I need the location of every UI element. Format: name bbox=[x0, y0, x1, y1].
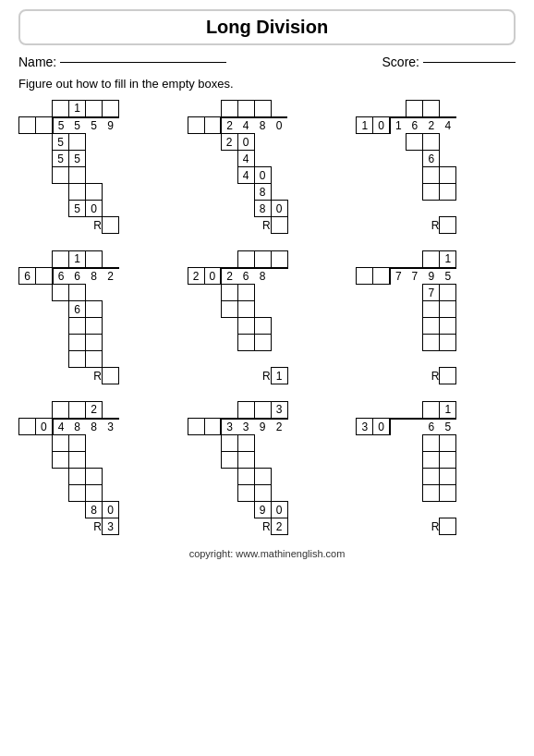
p8s3b bbox=[254, 469, 271, 485]
p7div1 bbox=[19, 419, 36, 435]
problems-grid: 1 5 5 5 9 5 bbox=[18, 100, 516, 535]
p5s3b bbox=[254, 318, 271, 335]
p6s3b bbox=[440, 318, 456, 335]
p4s3a bbox=[69, 318, 86, 335]
p8s1a bbox=[221, 435, 237, 452]
p6s1a: 7 bbox=[423, 285, 440, 301]
p9s2b bbox=[440, 452, 456, 469]
problem-9: 1 3 0 6 5 bbox=[356, 401, 516, 535]
p2r-label: R bbox=[254, 217, 271, 234]
p8s5a: 9 bbox=[254, 502, 271, 518]
p5s3a bbox=[237, 318, 254, 335]
p7s1a bbox=[53, 435, 69, 452]
p4r-val bbox=[103, 368, 119, 384]
problem-1: 1 5 5 5 9 5 bbox=[18, 100, 178, 234]
p2s2a: 4 bbox=[237, 151, 254, 167]
q1-4 bbox=[103, 101, 119, 117]
s2-2: 5 bbox=[69, 151, 86, 167]
p5d2: 6 bbox=[237, 268, 254, 285]
p3d3: 2 bbox=[423, 117, 440, 134]
p2q1 bbox=[221, 101, 237, 117]
p4s2a: 6 bbox=[69, 301, 86, 318]
p8s4a bbox=[237, 485, 254, 502]
p3s1b bbox=[423, 134, 440, 151]
p9s3a bbox=[423, 469, 440, 485]
p7r-label: R bbox=[86, 518, 103, 535]
p6d1: 7 bbox=[390, 268, 407, 285]
p4r-label: R bbox=[86, 368, 103, 384]
p7q1 bbox=[53, 402, 69, 419]
div-table-1: 1 5 5 5 9 5 bbox=[18, 100, 119, 234]
p3s1a bbox=[407, 134, 423, 151]
p8div1 bbox=[188, 419, 204, 435]
problem-2: 2 4 8 0 2 0 4 bbox=[188, 100, 347, 234]
p4q3 bbox=[86, 251, 103, 268]
s3-1 bbox=[53, 167, 69, 184]
p8s3a bbox=[237, 469, 254, 485]
p7q2 bbox=[69, 402, 86, 419]
p4s4a bbox=[69, 335, 86, 351]
s5-2: 0 bbox=[86, 201, 103, 217]
div-table-9: 1 3 0 6 5 bbox=[356, 401, 456, 535]
p9r-val bbox=[440, 518, 456, 535]
p6d3: 9 bbox=[423, 268, 440, 285]
p3div1: 1 bbox=[357, 117, 373, 134]
p4s1a bbox=[53, 285, 69, 301]
p2s1b: 0 bbox=[237, 134, 254, 151]
p7d2: 8 bbox=[69, 419, 86, 435]
score-underline bbox=[423, 62, 516, 63]
p8q2 bbox=[254, 402, 271, 419]
p4s5a bbox=[69, 351, 86, 368]
p9div2: 0 bbox=[373, 419, 390, 435]
p7q3: 2 bbox=[86, 402, 103, 419]
div-table-4: 1 6 6 6 8 2 bbox=[18, 250, 119, 384]
p6s2a bbox=[423, 301, 440, 318]
p5d1: 2 bbox=[221, 268, 237, 285]
p5div1: 2 bbox=[188, 268, 204, 285]
p6s2b bbox=[440, 301, 456, 318]
p2s3a: 4 bbox=[237, 167, 254, 184]
problem-3: 1 0 1 6 2 4 bbox=[356, 100, 516, 234]
problem-7: 2 0 4 8 8 3 bbox=[18, 401, 178, 535]
p5r-val: 1 bbox=[271, 368, 287, 384]
p9d2 bbox=[407, 419, 423, 435]
p6q2: 1 bbox=[440, 251, 456, 268]
p5s4b bbox=[254, 335, 271, 351]
p2d4: 0 bbox=[271, 117, 287, 134]
p8s4b bbox=[254, 485, 271, 502]
p5r-label: R bbox=[254, 368, 271, 384]
p4s3b bbox=[86, 318, 103, 335]
p7d4: 3 bbox=[103, 419, 119, 435]
s1-1: 5 bbox=[53, 134, 69, 151]
p9s4b bbox=[440, 485, 456, 502]
instruction-text: Figure out how to fill in the empty boxe… bbox=[18, 77, 516, 91]
p6s4a bbox=[423, 335, 440, 351]
div1-d4: 9 bbox=[103, 117, 119, 134]
p7s1b bbox=[69, 435, 86, 452]
s4-1 bbox=[69, 184, 86, 201]
div-table-7: 2 0 4 8 8 3 bbox=[18, 401, 119, 535]
p6div2 bbox=[373, 268, 390, 285]
p5div2: 0 bbox=[204, 268, 221, 285]
p6r-label: R bbox=[423, 368, 440, 384]
p3s2a: 6 bbox=[423, 151, 440, 167]
p8s1b bbox=[237, 435, 254, 452]
div1-b1 bbox=[19, 117, 36, 134]
p2r-val bbox=[271, 217, 287, 234]
div1-d2: 5 bbox=[69, 117, 86, 134]
p9d1 bbox=[390, 419, 407, 435]
p2div2 bbox=[204, 117, 221, 134]
p6d2: 7 bbox=[407, 268, 423, 285]
s1-2 bbox=[69, 134, 86, 151]
p9d3: 6 bbox=[423, 419, 440, 435]
p3d2: 6 bbox=[407, 117, 423, 134]
p6d4: 5 bbox=[440, 268, 456, 285]
p8s2a bbox=[221, 452, 237, 469]
copyright-text: copyright: www.mathinenglish.com bbox=[18, 548, 516, 559]
s5-1: 5 bbox=[69, 201, 86, 217]
p8r-label: R bbox=[254, 518, 271, 535]
p7s3a bbox=[69, 469, 86, 485]
p3s4a bbox=[423, 184, 440, 201]
p4d3: 8 bbox=[86, 268, 103, 285]
p8d4: 2 bbox=[271, 419, 287, 435]
